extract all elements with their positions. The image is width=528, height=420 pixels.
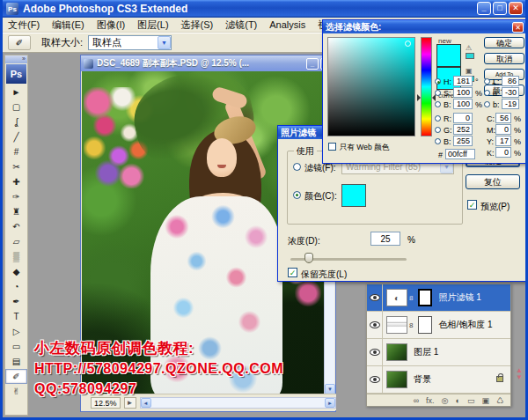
brightness-radio[interactable] xyxy=(435,101,441,107)
g-input[interactable]: 252 xyxy=(453,124,473,135)
path-selection-tool[interactable]: ▷ xyxy=(5,324,27,339)
sample-size-select[interactable]: 取样点 ▼ xyxy=(88,35,172,50)
a-input[interactable]: -30 xyxy=(502,87,519,98)
b-input[interactable]: 100 xyxy=(453,99,473,109)
layer-thumbnail[interactable] xyxy=(386,371,407,388)
hue-slider[interactable] xyxy=(421,37,432,136)
move-tool[interactable]: ► xyxy=(5,85,27,99)
s-input[interactable]: 100 xyxy=(453,87,473,98)
panel-scroll-arrows[interactable]: ▲▼ xyxy=(516,367,523,381)
clone-stamp-tool[interactable]: ♜ xyxy=(5,204,27,219)
minimize-button[interactable]: _ xyxy=(477,2,491,15)
chevron-down-icon[interactable]: ▼ xyxy=(158,36,171,49)
lab-b-radio[interactable] xyxy=(484,101,490,107)
layer-row-photo-filter[interactable]: ◐ 8 照片滤镜 1 xyxy=(367,284,510,312)
close-button[interactable]: ✕ xyxy=(509,2,523,15)
filter-radio[interactable] xyxy=(293,163,301,171)
type-tool[interactable]: T xyxy=(5,309,27,324)
hex-input[interactable]: 00fcff xyxy=(445,149,475,159)
menu-edit[interactable]: 编辑(E) xyxy=(52,18,84,32)
preview-checkbox[interactable]: ✓ xyxy=(467,200,477,210)
crop-tool[interactable]: # xyxy=(5,144,27,159)
k-input[interactable]: 0 xyxy=(495,147,511,158)
density-input[interactable]: 25 xyxy=(370,232,400,246)
layer-thumbnail[interactable] xyxy=(386,343,407,361)
gradient-tool[interactable]: ▒ xyxy=(5,249,27,264)
density-slider-thumb[interactable] xyxy=(304,253,313,263)
menu-layer[interactable]: 图层(L) xyxy=(137,18,168,32)
ok-button[interactable]: 确定 xyxy=(484,37,524,48)
maximize-button[interactable]: □ xyxy=(493,2,507,15)
notes-tool[interactable]: ▤ xyxy=(5,354,27,369)
adjustment-thumbnail[interactable] xyxy=(386,316,407,334)
link-layers-icon[interactable]: ∞ xyxy=(414,396,419,405)
visibility-toggle[interactable] xyxy=(367,366,383,393)
scroll-left-icon[interactable]: ◄ xyxy=(141,398,151,408)
color-field-marker[interactable] xyxy=(405,41,411,47)
lab-l-radio[interactable] xyxy=(484,78,490,85)
color-radio[interactable] xyxy=(293,191,301,199)
add-mask-icon[interactable]: ◎ xyxy=(442,396,449,405)
lab-a-radio[interactable] xyxy=(484,90,490,96)
visibility-toggle[interactable] xyxy=(367,284,383,311)
only-web-colors-checkbox[interactable] xyxy=(328,143,336,151)
visibility-toggle[interactable] xyxy=(367,339,383,365)
adjustment-layer-icon[interactable]: ◐ xyxy=(455,396,459,405)
green-radio[interactable] xyxy=(435,127,441,133)
m-input[interactable]: 0 xyxy=(495,124,511,135)
layer-mask-thumbnail[interactable] xyxy=(418,316,432,334)
doc-minimize-button[interactable]: _ xyxy=(306,58,319,70)
y-input[interactable]: 17 xyxy=(495,136,511,146)
delete-layer-icon[interactable]: ♺ xyxy=(496,396,503,405)
scroll-right-icon[interactable]: ► xyxy=(325,398,335,408)
c-input[interactable]: 56 xyxy=(495,113,511,123)
eyedropper-tool[interactable]: ✐ xyxy=(5,369,27,384)
menu-select[interactable]: 选择(S) xyxy=(181,18,214,32)
menu-image[interactable]: 图像(I) xyxy=(97,18,125,32)
l-input[interactable]: 86 xyxy=(502,76,519,86)
menu-file[interactable]: 文件(F) xyxy=(8,18,40,32)
new-layer-icon[interactable]: ▣ xyxy=(481,396,489,405)
layer-name[interactable]: 色相/饱和度 1 xyxy=(438,319,492,331)
visibility-toggle[interactable] xyxy=(367,312,383,338)
menu-filter[interactable]: 滤镜(T) xyxy=(225,18,257,32)
hand-tool[interactable]: ✌ xyxy=(5,384,27,399)
menu-analysis[interactable]: Analysis xyxy=(269,19,305,30)
toolbox-collapse-icon[interactable]: » xyxy=(5,55,27,63)
shape-tool[interactable]: ▭ xyxy=(5,339,27,354)
saturation-radio[interactable] xyxy=(435,90,441,96)
saturation-brightness-field[interactable] xyxy=(327,37,415,136)
layer-name[interactable]: 背景 xyxy=(414,373,431,386)
layer-row-hue-saturation[interactable]: 8 色相/饱和度 1 xyxy=(367,312,510,339)
hue-radio[interactable] xyxy=(435,78,441,85)
document-titlebar[interactable]: DSC_4689 副本副本.PSD @ 12.5% (... _ □ xyxy=(81,55,335,71)
hue-marker-left[interactable] xyxy=(417,94,421,101)
layer-name[interactable]: 照片滤镜 1 xyxy=(438,291,480,304)
red-radio[interactable] xyxy=(435,115,441,122)
layer-style-icon[interactable]: fx. xyxy=(426,396,435,405)
layer-row-background[interactable]: 背景 xyxy=(367,366,510,394)
filter-color-swatch[interactable] xyxy=(341,184,366,207)
layer-mask-thumbnail[interactable] xyxy=(418,289,432,306)
blue-radio[interactable] xyxy=(435,138,441,144)
color-picker-titlebar[interactable]: 选择滤镜颜色: ✕ xyxy=(323,20,526,33)
lasso-tool[interactable]: ʆ xyxy=(5,114,27,129)
dodge-tool[interactable]: ◔ xyxy=(5,279,27,294)
b2-input[interactable]: 255 xyxy=(453,136,473,146)
quick-selection-tool[interactable]: ╱ xyxy=(5,129,27,144)
layer-row-layer1[interactable]: 图层 1 xyxy=(367,339,510,366)
preserve-luminosity-checkbox[interactable]: ✓ xyxy=(288,268,297,277)
healing-brush-tool[interactable]: ✚ xyxy=(5,174,27,189)
reset-button[interactable]: 复位 xyxy=(466,174,520,189)
slice-tool[interactable]: ✂ xyxy=(5,159,27,174)
layer-name[interactable]: 图层 1 xyxy=(414,346,438,358)
close-icon[interactable]: ✕ xyxy=(512,22,524,33)
brush-tool[interactable]: ✑ xyxy=(5,189,27,204)
marquee-tool[interactable]: ▢ xyxy=(5,99,27,114)
lab-b-input[interactable]: -19 xyxy=(502,99,519,109)
r-input[interactable]: 0 xyxy=(453,113,473,123)
cancel-button[interactable]: 取消 xyxy=(484,53,524,64)
pen-tool[interactable]: ✒ xyxy=(5,294,27,309)
adjustment-thumbnail[interactable]: ◐ xyxy=(386,289,407,306)
history-brush-tool[interactable]: ↶ xyxy=(5,219,27,234)
